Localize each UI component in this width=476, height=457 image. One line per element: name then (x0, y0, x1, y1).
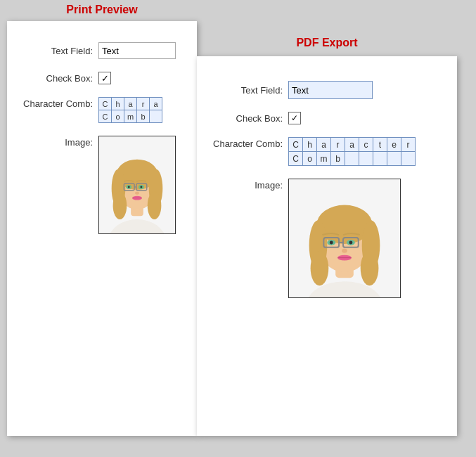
pdf-export-card: PDF Export Text Field: Check Box: ✓ Char… (197, 56, 457, 436)
comb-cell (373, 152, 387, 166)
comb-cell: C (289, 138, 303, 152)
pdf-text-input[interactable] (288, 81, 373, 99)
comb-cell: o (303, 152, 317, 166)
svg-point-8 (113, 192, 127, 219)
pdf-comb-table: C h a r a c t e r C o m b (288, 137, 416, 166)
comb-cell: a (317, 138, 331, 152)
svg-point-16 (140, 186, 142, 188)
comb-cell: C (99, 98, 112, 110)
pdf-export-title: PDF Export (197, 37, 457, 49)
pdf-comb-row: Character Comb: C h a r a c t e r (211, 137, 443, 166)
svg-point-9 (148, 192, 162, 219)
svg-point-35 (330, 240, 333, 244)
comb-cell: a (345, 138, 359, 152)
print-preview-title: Print Preview (7, 4, 197, 16)
comb-cell: e (387, 138, 401, 152)
svg-point-15 (128, 186, 130, 188)
svg-point-29 (361, 251, 379, 285)
print-comb-label: Character Comb: (21, 97, 98, 109)
comb-cell: r (401, 138, 416, 152)
comb-cell: a (150, 98, 162, 110)
comb-cell (387, 152, 401, 166)
print-checkbox-label: Check Box: (21, 73, 98, 84)
comb-cell: o (112, 110, 124, 123)
print-checkbox-row: Check Box: ✓ (21, 72, 183, 84)
pdf-comb: C h a r a c t e r C o m b (288, 137, 416, 166)
pdf-text-field-row: Text Field: (211, 81, 443, 99)
comb-cell (401, 152, 416, 166)
pdf-checkbox-label: Check Box: (211, 113, 288, 124)
svg-point-37 (342, 249, 347, 253)
pdf-comb-row-1: C h a r a c t e r (289, 138, 416, 152)
comb-cell: m (124, 110, 137, 123)
print-comb-row: Character Comb: C h a r a C o m b (21, 97, 183, 123)
print-portrait-svg (99, 136, 175, 233)
comb-cell (359, 152, 373, 166)
pdf-image-label: Image: (211, 179, 288, 191)
pdf-comb-row-2: C o m b (289, 152, 416, 166)
comb-cell: t (373, 138, 387, 152)
print-preview-card: Print Preview Text Field: Check Box: ✓ C… (7, 21, 197, 436)
print-checkbox[interactable]: ✓ (98, 72, 111, 84)
comb-cell: m (317, 152, 331, 166)
comb-cell: h (303, 138, 317, 152)
svg-point-17 (135, 192, 139, 195)
comb-cell: r (137, 98, 150, 110)
print-image-label: Image: (21, 136, 98, 148)
pdf-checkbox-row: Check Box: ✓ (211, 112, 443, 124)
svg-point-28 (311, 251, 329, 285)
print-text-field-row: Text Field: (21, 42, 183, 59)
comb-cell (150, 110, 162, 123)
comb-cell: b (137, 110, 150, 123)
print-text-field-label: Text Field: (21, 46, 98, 56)
pdf-portrait-svg (289, 179, 400, 297)
print-comb-table: C h a r a C o m b (98, 97, 162, 123)
print-comb-row-2: C o m b (99, 110, 162, 123)
comb-cell: h (112, 98, 124, 110)
comb-cell: r (331, 138, 345, 152)
print-text-input[interactable] (98, 42, 176, 59)
comb-cell: b (331, 152, 345, 166)
pdf-image-box (288, 179, 401, 298)
comb-cell (345, 152, 359, 166)
svg-point-36 (349, 240, 352, 244)
pdf-comb-label: Character Comb: (211, 137, 288, 149)
print-image-box (98, 136, 176, 234)
pdf-checkbox[interactable]: ✓ (288, 112, 301, 124)
print-comb-row-1: C h a r a (99, 98, 162, 110)
comb-cell: C (99, 110, 112, 123)
comb-cell: C (289, 152, 303, 166)
print-image-row: Image: (21, 136, 183, 234)
comb-cell: a (124, 98, 137, 110)
comb-cell: c (359, 138, 373, 152)
print-comb: C h a r a C o m b (98, 97, 162, 123)
pdf-text-field-label: Text Field: (211, 85, 288, 96)
pdf-image-row: Image: (211, 179, 443, 298)
